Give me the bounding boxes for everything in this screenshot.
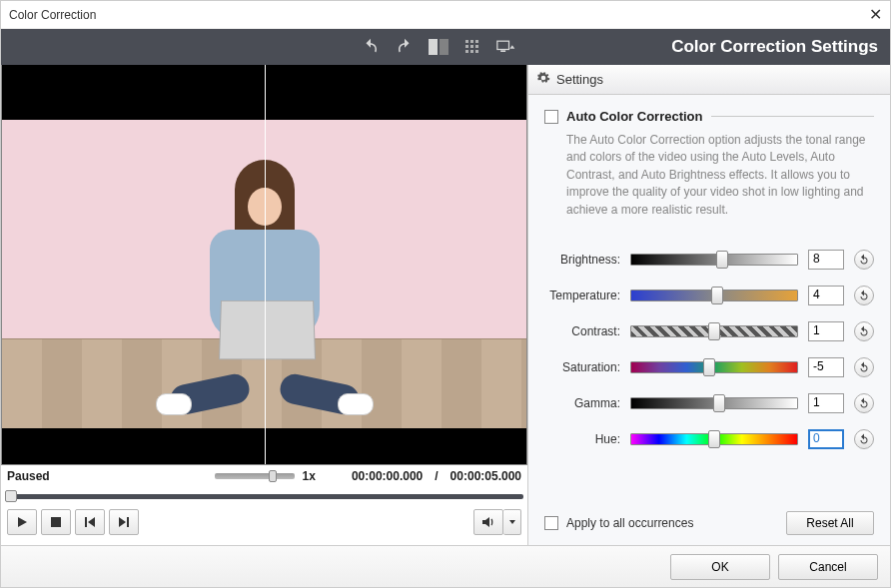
next-frame-button[interactable] [109, 509, 139, 535]
gamma-label: Gamma: [544, 396, 620, 410]
hue-slider[interactable] [630, 433, 798, 445]
seek-bar[interactable] [5, 487, 523, 505]
playback-status: Paused [7, 469, 50, 483]
brightness-slider[interactable] [630, 254, 798, 266]
settings-heading-label: Settings [556, 72, 603, 87]
split-divider[interactable] [265, 65, 266, 464]
svg-rect-3 [470, 40, 473, 43]
panel-heading: Color Correction Settings [671, 37, 878, 57]
title-bar: Color Correction ✕ [1, 1, 890, 29]
contrast-slider[interactable] [630, 325, 798, 337]
apply-all-checkbox[interactable] [544, 516, 558, 530]
speed-value: 1x [303, 469, 316, 483]
svg-rect-13 [51, 517, 61, 527]
contrast-input[interactable]: 1 [808, 321, 844, 341]
temperature-row: Temperature: 4 [544, 285, 874, 306]
speed-slider[interactable] [215, 473, 295, 479]
saturation-reset-button[interactable] [854, 357, 874, 377]
dialog-footer: OK Cancel [1, 545, 890, 587]
temperature-label: Temperature: [544, 289, 620, 302]
saturation-label: Saturation: [544, 360, 620, 374]
time-current: 00:00:00.000 [352, 469, 423, 483]
settings-header: Settings [528, 65, 890, 95]
time-bar: Paused 1x 00:00:00.000 / 00:00:05.000 [1, 465, 527, 487]
svg-rect-15 [127, 517, 129, 527]
gamma-input[interactable]: 1 [808, 393, 844, 413]
redo-icon[interactable] [395, 37, 415, 57]
gamma-slider[interactable] [630, 397, 798, 409]
saturation-slider[interactable] [630, 361, 798, 373]
svg-rect-12 [500, 50, 505, 52]
svg-rect-8 [465, 50, 468, 53]
time-total: 00:00:05.000 [450, 469, 521, 483]
svg-rect-10 [475, 50, 478, 53]
video-preview[interactable] [1, 65, 527, 465]
ok-button[interactable]: OK [670, 554, 770, 580]
grid-icon[interactable] [462, 37, 482, 57]
hue-input[interactable]: 0 [808, 429, 844, 449]
gamma-reset-button[interactable] [854, 393, 874, 413]
cancel-button[interactable]: Cancel [778, 554, 878, 580]
hue-reset-button[interactable] [854, 429, 874, 449]
reset-all-button[interactable]: Reset All [786, 511, 874, 535]
svg-rect-9 [470, 50, 473, 53]
contrast-reset-button[interactable] [854, 321, 874, 341]
preview-column: Paused 1x 00:00:00.000 / 00:00:05.000 [1, 65, 527, 545]
auto-color-description: The Auto Color Correction option adjusts… [544, 132, 874, 219]
close-icon[interactable]: ✕ [869, 5, 882, 24]
brightness-row: Brightness: 8 [544, 249, 874, 271]
time-separator: / [435, 469, 438, 483]
undo-icon[interactable] [361, 37, 381, 57]
saturation-input[interactable]: -5 [808, 357, 844, 377]
contrast-label: Contrast: [544, 324, 620, 338]
window-title: Color Correction [9, 8, 96, 22]
playback-controls [1, 505, 527, 539]
stop-button[interactable] [41, 509, 71, 535]
play-button[interactable] [7, 509, 37, 535]
temperature-reset-button[interactable] [854, 286, 874, 305]
brightness-label: Brightness: [544, 253, 620, 267]
brightness-input[interactable]: 8 [808, 250, 844, 270]
temperature-input[interactable]: 4 [808, 286, 844, 305]
svg-rect-14 [85, 517, 87, 527]
display-dropdown-icon[interactable] [496, 37, 516, 57]
gear-icon [536, 71, 550, 88]
hue-row: Hue: 0 [544, 428, 874, 450]
hue-label: Hue: [544, 432, 620, 446]
auto-color-label: Auto Color Correction [566, 109, 703, 124]
svg-rect-6 [470, 45, 473, 48]
svg-rect-7 [475, 45, 478, 48]
prev-frame-button[interactable] [75, 509, 105, 535]
saturation-row: Saturation: -5 [544, 356, 874, 378]
toolbar: Color Correction Settings [1, 29, 890, 65]
brightness-reset-button[interactable] [854, 250, 874, 270]
auto-color-checkbox[interactable] [544, 110, 558, 124]
apply-all-label: Apply to all occurrences [566, 516, 693, 530]
volume-dropdown-button[interactable] [503, 509, 521, 535]
svg-rect-11 [497, 41, 509, 49]
temperature-slider[interactable] [630, 290, 798, 301]
svg-rect-1 [440, 39, 448, 55]
compare-split-icon[interactable] [429, 37, 448, 57]
svg-rect-4 [475, 40, 478, 43]
volume-button[interactable] [473, 509, 503, 535]
gamma-row: Gamma: 1 [544, 392, 874, 414]
contrast-row: Contrast: 1 [544, 320, 874, 342]
svg-rect-0 [429, 39, 438, 55]
svg-rect-5 [465, 45, 468, 48]
settings-panel: Settings Auto Color Correction The Auto … [527, 65, 890, 545]
svg-rect-2 [465, 40, 468, 43]
